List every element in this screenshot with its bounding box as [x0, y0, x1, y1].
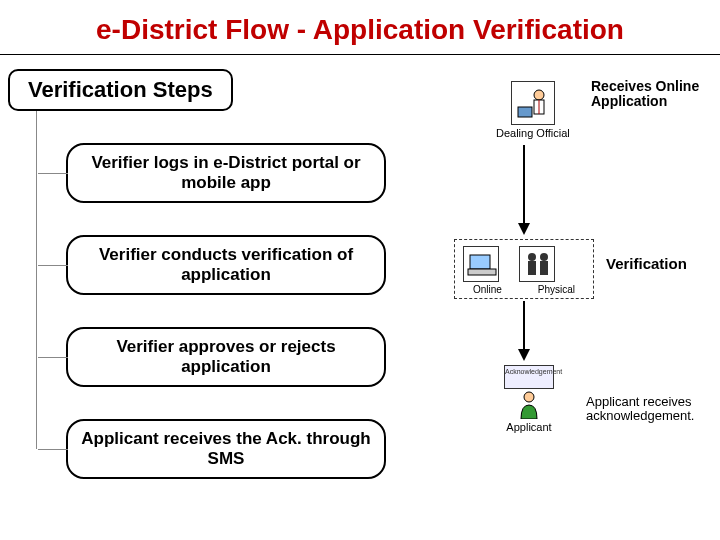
applicant-caption: Applicant [484, 421, 574, 433]
svg-point-14 [524, 392, 534, 402]
svg-rect-0 [518, 107, 532, 117]
svg-marker-5 [518, 223, 530, 235]
step-2-label: Verifier conducts verification of applic… [99, 245, 353, 284]
steps-header-box: Verification Steps [8, 69, 233, 111]
flow-diagram: Dealing Official Receives Online Applica… [406, 69, 714, 499]
connector-branch [38, 449, 68, 450]
step-3: Verifier approves or rejects application [66, 327, 386, 387]
physical-label: Physical [538, 284, 575, 295]
connector-branch [38, 173, 68, 174]
ack-slip-icon: Acknowledgement [504, 365, 554, 389]
svg-marker-13 [518, 349, 530, 361]
connector-branch [38, 265, 68, 266]
official-caption: Dealing Official [496, 127, 570, 139]
physical-verif-icon [519, 246, 555, 282]
dealing-official-node: Dealing Official [496, 81, 570, 139]
online-verif-icon [463, 246, 499, 282]
step-1: Verifier logs in e-District portal or mo… [66, 143, 386, 203]
online-label: Online [473, 284, 502, 295]
official-icon [511, 81, 555, 125]
divider [0, 54, 720, 55]
svg-rect-11 [540, 261, 548, 275]
page-title: e-District Flow - Application Verificati… [0, 0, 720, 54]
receives-label: Receives Online Application [591, 79, 714, 110]
step-2: Verifier conducts verification of applic… [66, 235, 386, 295]
content-area: Verification Steps Verifier logs in e-Di… [0, 69, 720, 499]
svg-rect-9 [528, 261, 536, 275]
step-4: Applicant receives the Ack. through SMS [66, 419, 386, 479]
step-4-label: Applicant receives the Ack. through SMS [81, 429, 370, 468]
svg-point-10 [540, 253, 548, 261]
verification-label: Verification [606, 255, 687, 272]
applicant-receives-label: Applicant receives acknowledgement. [586, 395, 714, 424]
steps-column: Verification Steps Verifier logs in e-Di… [6, 69, 406, 499]
applicant-icon [519, 391, 539, 419]
svg-rect-7 [468, 269, 496, 275]
acknowledgement-node: Acknowledgement Applicant [484, 365, 574, 433]
svg-point-1 [534, 90, 544, 100]
svg-point-8 [528, 253, 536, 261]
svg-rect-6 [470, 255, 490, 269]
connector-spine [36, 109, 37, 449]
step-3-label: Verifier approves or rejects application [116, 337, 335, 376]
step-1-label: Verifier logs in e-District portal or mo… [91, 153, 360, 192]
connector-branch [38, 357, 68, 358]
verification-group: Online Physical [454, 239, 594, 299]
